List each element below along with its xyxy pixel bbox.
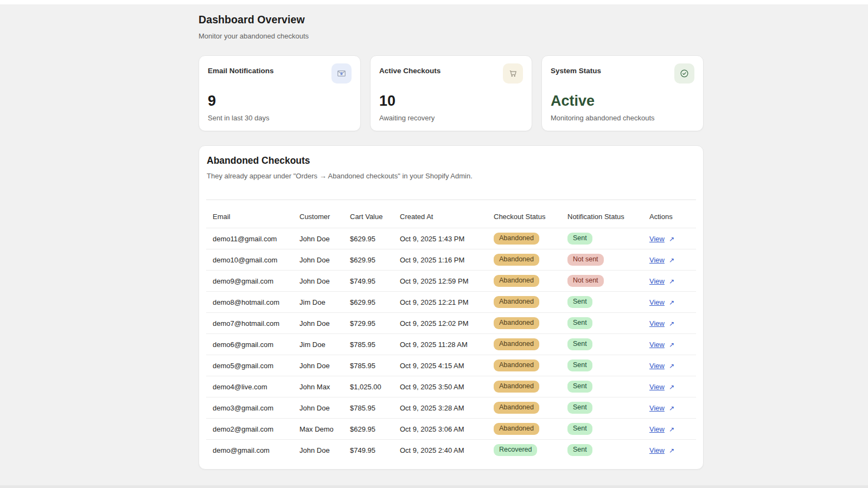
table-row: demo3@gmail.com John Doe $785.95 Oct 9, … xyxy=(206,397,696,419)
cell-checkout-status: Abandoned xyxy=(494,397,567,419)
external-link-arrow-icon: ↗ xyxy=(667,320,674,328)
table-row: demo7@hotmail.com John Doe $729.95 Oct 9… xyxy=(206,313,696,334)
cell-created-at: Oct 9, 2025 1:16 PM xyxy=(400,249,494,271)
cell-email: demo@gmail.com xyxy=(206,440,299,461)
cell-email: demo7@hotmail.com xyxy=(206,313,299,334)
column-header-email: Email xyxy=(206,200,299,228)
cell-notification-status: Sent xyxy=(567,292,649,313)
checkout-status-badge: Abandoned xyxy=(494,233,539,245)
view-link[interactable]: View ↗ xyxy=(649,362,674,370)
view-link[interactable]: View ↗ xyxy=(649,404,674,412)
cell-email: demo10@gmail.com xyxy=(206,249,299,271)
cell-created-at: Oct 9, 2025 1:43 PM xyxy=(400,228,494,249)
cell-actions: View ↗ xyxy=(649,440,696,461)
cell-actions: View ↗ xyxy=(649,419,696,440)
cell-email: demo5@gmail.com xyxy=(206,355,299,376)
column-header-cart-value: Cart Value xyxy=(350,200,400,228)
view-link[interactable]: View ↗ xyxy=(649,383,674,391)
external-link-arrow-icon: ↗ xyxy=(667,299,674,306)
external-link-arrow-icon: ↗ xyxy=(667,256,674,264)
view-link[interactable]: View ↗ xyxy=(649,256,674,264)
cell-cart-value: $785.95 xyxy=(350,397,400,419)
cell-checkout-status: Abandoned xyxy=(494,271,567,292)
notification-status-badge: Sent xyxy=(567,233,592,245)
cell-checkout-status: Recovered xyxy=(494,440,567,461)
stat-title: Active Checkouts xyxy=(379,67,441,75)
cell-checkout-status: Abandoned xyxy=(494,228,567,249)
table-header-row: Email Customer Cart Value Created At Che… xyxy=(206,200,696,228)
cell-actions: View ↗ xyxy=(649,376,696,397)
column-header-created-at: Created At xyxy=(400,200,494,228)
cell-customer: John Doe xyxy=(299,397,350,419)
view-link[interactable]: View ↗ xyxy=(649,446,674,454)
cell-cart-value: $749.95 xyxy=(350,440,400,461)
cell-customer: John Doe xyxy=(299,440,350,461)
table-row: demo9@gmail.com John Doe $749.95 Oct 9, … xyxy=(206,271,696,292)
external-link-arrow-icon: ↗ xyxy=(667,341,674,349)
cell-customer: Jim Doe xyxy=(299,334,350,355)
notification-status-badge: Sent xyxy=(567,381,592,393)
stats-row: Email Notifications 9 Sent in last 30 da… xyxy=(199,55,704,131)
cell-actions: View ↗ xyxy=(649,313,696,334)
table-row: demo10@gmail.com John Doe $629.95 Oct 9,… xyxy=(206,249,696,271)
cell-checkout-status: Abandoned xyxy=(494,292,567,313)
checkout-status-badge: Abandoned xyxy=(494,296,539,308)
cell-cart-value: $1,025.00 xyxy=(350,376,400,397)
view-link[interactable]: View ↗ xyxy=(649,277,674,285)
cell-notification-status: Sent xyxy=(567,397,649,419)
section-subtitle: They already appear under "Orders → Aban… xyxy=(207,172,695,180)
external-link-arrow-icon: ↗ xyxy=(667,235,674,243)
cell-email: demo9@gmail.com xyxy=(206,271,299,292)
cell-email: demo8@hotmail.com xyxy=(206,292,299,313)
notification-status-badge: Sent xyxy=(567,296,592,308)
cell-actions: View ↗ xyxy=(649,292,696,313)
cell-checkout-status: Abandoned xyxy=(494,376,567,397)
cell-email: demo2@gmail.com xyxy=(206,419,299,440)
cell-created-at: Oct 9, 2025 12:21 PM xyxy=(400,292,494,313)
cell-actions: View ↗ xyxy=(649,249,696,271)
table-row: demo11@gmail.com John Doe $629.95 Oct 9,… xyxy=(206,228,696,249)
cell-created-at: Oct 9, 2025 2:40 AM xyxy=(400,440,494,461)
stat-title: System Status xyxy=(551,67,601,75)
stat-title: Email Notifications xyxy=(208,67,274,75)
notification-status-badge: Sent xyxy=(567,359,592,371)
cell-actions: View ↗ xyxy=(649,228,696,249)
cell-email: demo3@gmail.com xyxy=(206,397,299,419)
cell-checkout-status: Abandoned xyxy=(494,334,567,355)
cell-notification-status: Sent xyxy=(567,376,649,397)
cell-created-at: Oct 9, 2025 3:28 AM xyxy=(400,397,494,419)
stat-caption: Monitoring abandoned checkouts xyxy=(551,114,694,122)
cell-cart-value: $629.95 xyxy=(350,292,400,313)
checkout-status-badge: Abandoned xyxy=(494,338,539,350)
check-circle-icon xyxy=(674,63,694,84)
cell-customer: John Doe xyxy=(299,249,350,271)
checkout-status-badge: Abandoned xyxy=(494,359,539,371)
cell-notification-status: Sent xyxy=(567,440,649,461)
view-link[interactable]: View ↗ xyxy=(649,341,674,349)
table-row: demo4@live.com John Max $1,025.00 Oct 9,… xyxy=(206,376,696,397)
column-header-checkout-status: Checkout Status xyxy=(494,200,567,228)
cell-cart-value: $629.95 xyxy=(350,249,400,271)
checkout-status-badge: Recovered xyxy=(494,444,537,456)
external-link-arrow-icon: ↗ xyxy=(667,362,674,370)
stat-caption: Awaiting recovery xyxy=(379,114,523,122)
view-link[interactable]: View ↗ xyxy=(649,298,674,306)
view-link[interactable]: View ↗ xyxy=(649,235,674,243)
checkout-status-badge: Abandoned xyxy=(494,275,539,287)
cell-actions: View ↗ xyxy=(649,334,696,355)
cell-email: demo6@gmail.com xyxy=(206,334,299,355)
cell-actions: View ↗ xyxy=(649,397,696,419)
cell-checkout-status: Abandoned xyxy=(494,419,567,440)
external-link-arrow-icon: ↗ xyxy=(667,426,674,433)
cell-cart-value: $785.95 xyxy=(350,355,400,376)
cell-notification-status: Not sent xyxy=(567,271,649,292)
page-title: Dashboard Overview xyxy=(199,14,704,26)
view-link[interactable]: View ↗ xyxy=(649,319,674,328)
stat-value: 9 xyxy=(208,93,352,110)
view-link[interactable]: View ↗ xyxy=(649,425,674,433)
notification-status-badge: Sent xyxy=(567,338,592,350)
external-link-arrow-icon: ↗ xyxy=(667,447,674,454)
table-row: demo6@gmail.com Jim Doe $785.95 Oct 9, 2… xyxy=(206,334,696,355)
cell-customer: John Max xyxy=(299,376,350,397)
checkout-status-badge: Abandoned xyxy=(494,254,539,266)
